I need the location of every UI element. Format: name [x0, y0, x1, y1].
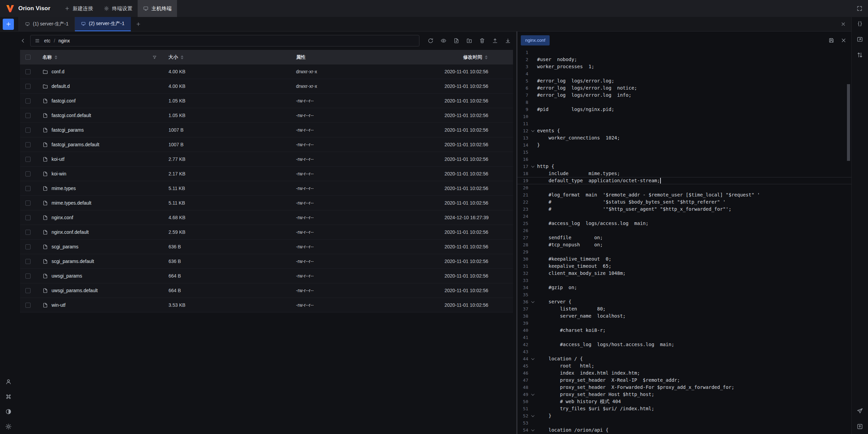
- column-header-name[interactable]: 名称: [36, 50, 162, 64]
- save-icon[interactable]: [828, 37, 834, 43]
- code-line[interactable]: 30 #keepalive_timeout 0;: [517, 256, 851, 263]
- file-name[interactable]: fastcgi.conf: [52, 98, 76, 103]
- upload-box-icon[interactable]: [856, 423, 863, 430]
- code-line[interactable]: 26: [517, 227, 851, 234]
- row-checkbox[interactable]: [25, 215, 31, 220]
- send-icon[interactable]: [856, 408, 863, 414]
- code-line[interactable]: 38 server_name localhost;: [517, 313, 851, 320]
- fold-chevron-icon[interactable]: [528, 165, 537, 168]
- filter-icon[interactable]: [152, 55, 157, 60]
- close-panel-icon[interactable]: [841, 21, 846, 27]
- code-line[interactable]: 34 #gzip on;: [517, 284, 851, 291]
- nav-terminal-settings[interactable]: 终端设置: [98, 0, 138, 17]
- table-row[interactable]: scgi_params 636 B -rw-r--r-- 2020-11-01 …: [20, 240, 513, 254]
- code-line[interactable]: 53: [517, 419, 851, 427]
- file-name[interactable]: scgi_params.default: [52, 259, 94, 264]
- code-line[interactable]: 49 proxy_set_header Host $http_host;: [517, 391, 851, 398]
- code-line[interactable]: 43: [517, 348, 851, 355]
- code-line[interactable]: 50 # web history 模式 404: [517, 398, 851, 405]
- file-name[interactable]: fastcgi_params.default: [52, 142, 99, 147]
- file-name[interactable]: uwsgi_params: [52, 273, 82, 279]
- code-line[interactable]: 23 # '"$http_user_agent" "$http_x_forwar…: [517, 206, 851, 213]
- code-line[interactable]: 36 server {: [517, 298, 851, 305]
- row-checkbox[interactable]: [25, 303, 31, 308]
- float-window-icon[interactable]: [856, 36, 863, 43]
- row-checkbox[interactable]: [25, 186, 31, 191]
- file-name[interactable]: scgi_params: [52, 244, 78, 249]
- fold-chevron-icon[interactable]: [528, 358, 537, 360]
- swap-vertical-icon[interactable]: [856, 52, 863, 58]
- code-line[interactable]: 41: [517, 334, 851, 341]
- table-row[interactable]: uwsgi_params 664 B -rw-r--r-- 2020-11-01…: [20, 269, 513, 283]
- table-row[interactable]: koi-win 2.17 KB -rw-r--r-- 2020-11-01 10…: [20, 167, 513, 181]
- refresh-icon[interactable]: [428, 38, 434, 44]
- code-line[interactable]: 28 #tcp_nopush on;: [517, 241, 851, 248]
- code-line[interactable]: 5#error_log logs/error.log;: [517, 77, 851, 84]
- code-line[interactable]: 21 #log_format main '$remote_addr - $rem…: [517, 191, 851, 199]
- table-row[interactable]: nginx.conf 4.68 KB -rw-r--r-- 2024-12-10…: [20, 210, 513, 225]
- row-checkbox[interactable]: [25, 273, 31, 279]
- file-name[interactable]: nginx.conf: [52, 215, 73, 220]
- code-line[interactable]: 8: [517, 99, 851, 106]
- row-checkbox[interactable]: [25, 128, 31, 133]
- file-name[interactable]: mime.types.default: [52, 200, 92, 206]
- row-checkbox[interactable]: [25, 69, 31, 74]
- row-checkbox[interactable]: [25, 259, 31, 264]
- row-checkbox[interactable]: [25, 230, 31, 235]
- table-row[interactable]: default.d 4.00 KB drwxr-xr-x 2020-11-01 …: [20, 79, 513, 94]
- file-name[interactable]: conf.d: [52, 69, 64, 74]
- code-line[interactable]: 42 #access_log logs/host.access.log main…: [517, 341, 851, 348]
- add-tab-icon[interactable]: [136, 21, 141, 27]
- nav-new-connection[interactable]: 新建连接: [59, 0, 98, 17]
- code-line[interactable]: 22 # '$status $body_bytes_sent "$http_re…: [517, 199, 851, 206]
- row-checkbox[interactable]: [25, 142, 31, 147]
- select-all-checkbox[interactable]: [25, 55, 31, 60]
- table-row[interactable]: fastcgi.conf 1.05 KB -rw-r--r-- 2020-11-…: [20, 94, 513, 108]
- code-line[interactable]: 12events {: [517, 127, 851, 134]
- back-chevron-icon[interactable]: [20, 38, 26, 44]
- table-row[interactable]: conf.d 4.00 KB drwxr-xr-x 2020-11-01 10:…: [20, 64, 513, 79]
- user-icon[interactable]: [5, 378, 12, 385]
- code-line[interactable]: 39: [517, 320, 851, 327]
- row-checkbox[interactable]: [25, 98, 31, 103]
- fold-chevron-icon[interactable]: [528, 393, 537, 396]
- code-line[interactable]: 40 #charset koi8-r;: [517, 327, 851, 334]
- code-line[interactable]: 52 }: [517, 412, 851, 419]
- table-row[interactable]: koi-utf 2.77 KB -rw-r--r-- 2020-11-01 10…: [20, 152, 513, 167]
- terminal-tab-2[interactable]: (2) server-生产-1: [75, 17, 131, 31]
- row-checkbox[interactable]: [25, 84, 31, 89]
- code-line[interactable]: 4: [517, 70, 851, 77]
- row-checkbox[interactable]: [25, 244, 31, 249]
- file-name[interactable]: koi-utf: [52, 156, 64, 162]
- code-line[interactable]: 47 proxy_set_header X-Real-IP $remote_ad…: [517, 377, 851, 384]
- table-row[interactable]: mime.types.default 5.11 KB -rw-r--r-- 20…: [20, 196, 513, 210]
- breadcrumb-item-nginx[interactable]: nginx: [59, 38, 70, 43]
- code-line[interactable]: 48 proxy_set_header X-Forwarded-For $pro…: [517, 384, 851, 391]
- code-line[interactable]: 25 #access_log logs/access.log main;: [517, 220, 851, 227]
- file-name[interactable]: win-utf: [52, 302, 65, 308]
- new-folder-icon[interactable]: [466, 38, 472, 44]
- new-connection-button[interactable]: [3, 19, 14, 30]
- code-line[interactable]: 27 sendfile on;: [517, 234, 851, 241]
- code-line[interactable]: 24: [517, 213, 851, 220]
- code-line[interactable]: 45 root html;: [517, 362, 851, 370]
- code-line[interactable]: 3worker_processes 1;: [517, 63, 851, 70]
- code-line[interactable]: 1: [517, 49, 851, 56]
- breadcrumb-item-etc[interactable]: etc: [44, 38, 51, 43]
- code-line[interactable]: 44 location / {: [517, 355, 851, 362]
- editor-close-icon[interactable]: [841, 37, 847, 43]
- table-row[interactable]: nginx.conf.default 2.59 KB -rw-r--r-- 20…: [20, 225, 513, 240]
- table-row[interactable]: win-utf 3.53 KB -rw-r--r-- 2020-11-01 10…: [20, 298, 513, 313]
- preview-eye-icon[interactable]: [440, 38, 447, 44]
- table-row[interactable]: mime.types 5.11 KB -rw-r--r-- 2020-11-01…: [20, 181, 513, 196]
- code-line[interactable]: 35: [517, 291, 851, 298]
- table-row[interactable]: fastcgi_params 1007 B -rw-r--r-- 2020-11…: [20, 123, 513, 137]
- column-header-size[interactable]: 大小: [162, 50, 289, 64]
- fullscreen-icon[interactable]: [856, 5, 863, 12]
- table-row[interactable]: scgi_params.default 636 B -rw-r--r-- 202…: [20, 254, 513, 269]
- file-name[interactable]: fastcgi.conf.default: [52, 113, 91, 118]
- file-name[interactable]: mime.types: [52, 186, 76, 191]
- row-checkbox[interactable]: [25, 171, 31, 176]
- fold-chevron-icon[interactable]: [528, 130, 537, 132]
- code-line[interactable]: 31 keepalive_timeout 65;: [517, 263, 851, 270]
